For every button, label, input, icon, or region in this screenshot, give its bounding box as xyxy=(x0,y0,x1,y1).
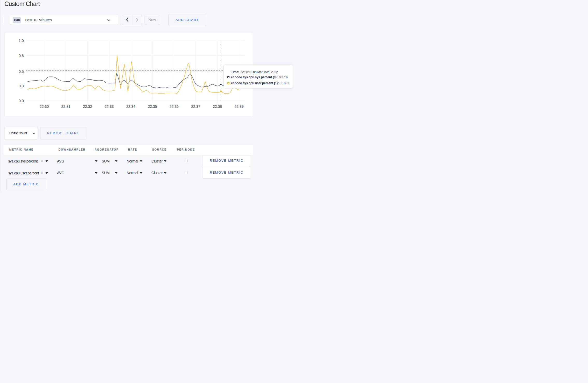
svg-text:22:32: 22:32 xyxy=(83,104,92,109)
svg-text:0.8: 0.8 xyxy=(19,54,24,58)
svg-text:22:34: 22:34 xyxy=(126,104,135,109)
svg-text:22:35: 22:35 xyxy=(148,104,157,109)
svg-text:0.0: 0.0 xyxy=(19,99,24,103)
svg-text:22:38: 22:38 xyxy=(213,104,222,109)
svg-text:22:36: 22:36 xyxy=(169,104,178,109)
svg-text:0.5: 0.5 xyxy=(19,69,24,74)
svg-text:22:39: 22:39 xyxy=(234,104,243,109)
svg-text:1.0: 1.0 xyxy=(19,39,24,43)
svg-text:22:33: 22:33 xyxy=(104,104,114,109)
svg-text:0.3: 0.3 xyxy=(19,84,24,88)
svg-text:22:31: 22:31 xyxy=(61,104,70,109)
svg-text:22:37: 22:37 xyxy=(191,104,200,109)
svg-text:22:30: 22:30 xyxy=(39,104,48,109)
